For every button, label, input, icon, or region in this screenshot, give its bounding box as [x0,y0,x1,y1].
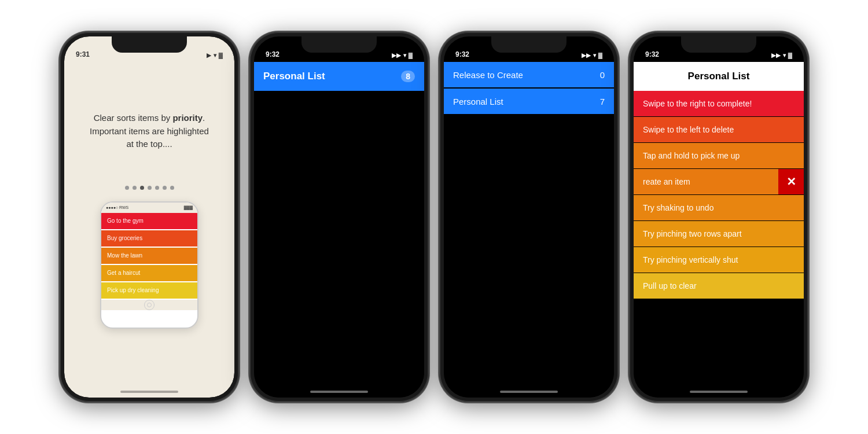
wifi-icon: ▾ [214,52,216,58]
instruction-text-5: Try pinching two rows apart [643,229,742,238]
dot-6 [163,186,167,190]
instruction-text-6: Try pinching vertically shut [643,255,738,264]
mini-list-item-1: Go to the gym [101,213,197,229]
delete-button[interactable]: ✕ [778,169,804,194]
personal-list-label: Personal List [453,97,503,106]
phone4-screen: 9:32 ▶▶ ▾ ▓ Personal List Swipe to the [634,36,804,398]
status-time-2: 9:32 [266,50,279,58]
instruction-text-4: Try shaking to undo [643,203,713,212]
instruction-text-1: Swipe to the right to complete! [643,99,752,108]
home-indicator-1 [120,391,178,393]
mini-list-item-5: Pick up dry cleaning [101,282,197,299]
instruction-row-create[interactable]: reate an item ✕ [634,169,804,194]
mini-phone: ●●●●○ RWS ▓▓▓ Go to the gym Buy grocerie… [100,201,198,329]
dot-4 [148,186,152,190]
notch-4 [681,36,756,53]
wifi-icon-2: ▾ [403,52,406,58]
phone2-screen: 9:32 ▶▶ ▾ ▓ Personal List 8 [254,36,424,398]
mini-home-button [144,300,155,310]
dot-1 [125,186,129,190]
notch-1 [112,36,187,53]
phone1-line3: at the top.... [90,138,209,151]
instruction-text-7: Pull up to clear [643,281,697,290]
instruction-row-5[interactable]: Try pinching two rows apart [634,221,804,247]
instruction-row-3[interactable]: Tap and hold to pick me up [634,143,804,168]
status-bar-3: 9:32 ▶▶ ▾ ▓ [444,36,614,62]
release-to-create-count: 0 [600,70,605,80]
signal-icon-2: ▶▶ [392,52,401,58]
dot-5 [155,186,159,190]
wifi-icon-3: ▾ [593,52,596,58]
dot-3-active [140,186,144,190]
mini-battery: ▓▓▓ [184,205,193,209]
dot-7 [170,186,174,190]
instruction-row-1[interactable]: Swipe to the right to complete! [634,91,804,116]
instruction-row-2[interactable]: Swipe to the left to delete [634,117,804,142]
app-header-2: Personal List 8 [254,62,424,91]
notch-2 [301,36,377,53]
list-row-release: Release to Create 0 [444,62,614,87]
battery-icon-3: ▓ [598,52,602,58]
app-header-badge-2: 8 [401,71,415,82]
status-time-4: 9:32 [645,50,659,58]
mini-list-item-4: Get a haircut [101,265,197,281]
phone-4: 9:32 ▶▶ ▾ ▓ Personal List Swipe to the [629,32,808,402]
page-dots [125,186,174,190]
phone1-line2: Important items are highlighted [90,125,209,138]
phone1-screen: 9:31 ▶ ▾ ▓ Clear sorts items by priority… [64,36,234,398]
battery-icon: ▓ [219,52,223,58]
home-indicator-4 [690,391,748,393]
status-time-1: 9:31 [76,50,90,58]
personal-list-count: 7 [600,97,605,106]
home-indicator-2 [310,391,368,393]
battery-icon-2: ▓ [409,52,413,58]
phones-container: 9:31 ▶ ▾ ▓ Clear sorts items by priority… [48,20,820,414]
phone3-screen: 9:32 ▶▶ ▾ ▓ Release to Create 0 [444,36,614,398]
phone4-title-text: Personal List [688,71,750,82]
instruction-text-2: Swipe to the left to delete [643,125,734,134]
mini-list-item-3: Mow the lawn [101,248,197,264]
instruction-row-6[interactable]: Try pinching vertically shut [634,247,804,273]
status-icons-3: ▶▶ ▾ ▓ [582,52,602,58]
phone4-title-bar: Personal List [634,62,804,91]
instruction-row-4[interactable]: Try shaking to undo [634,195,804,220]
mini-list-item-2: Buy groceries [101,230,197,247]
signal-icon: ▶ [207,52,211,58]
list-row-personal[interactable]: Personal List 7 [444,89,614,114]
notch-3 [491,36,567,53]
phone-2: 9:32 ▶▶ ▾ ▓ Personal List 8 [249,32,429,402]
signal-icon-4: ▶▶ [771,52,781,58]
mini-status-bar: ●●●●○ RWS ▓▓▓ [101,203,197,213]
phone1-line1: Clear sorts items by priority. [90,112,209,125]
status-time-3: 9:32 [455,50,469,58]
app-header-title-2: Personal List [263,71,325,82]
status-bar-1: 9:31 ▶ ▾ ▓ [64,36,234,62]
instruction-text-3: Tap and hold to pick me up [643,151,740,160]
status-icons-1: ▶ ▾ ▓ [207,52,223,58]
status-bar-2: 9:32 ▶▶ ▾ ▓ [254,36,424,62]
status-icons-2: ▶▶ ▾ ▓ [392,52,413,58]
phone-3: 9:32 ▶▶ ▾ ▓ Release to Create 0 [439,32,619,402]
mini-carrier: ●●●●○ RWS [106,205,128,209]
release-to-create-label: Release to Create [453,70,523,80]
phone-1: 9:31 ▶ ▾ ▓ Clear sorts items by priority… [60,32,239,402]
battery-icon-4: ▓ [788,52,792,58]
status-icons-4: ▶▶ ▾ ▓ [771,52,792,58]
home-indicator-3 [500,391,558,393]
wifi-icon-4: ▾ [783,52,786,58]
instruction-row-7[interactable]: Pull up to clear [634,273,804,299]
phone1-text-area: Clear sorts items by priority. Important… [72,112,226,151]
status-bar-4: 9:32 ▶▶ ▾ ▓ [634,36,804,62]
instruction-text-create: reate an item [643,177,690,186]
signal-icon-3: ▶▶ [582,52,591,58]
dot-2 [133,186,137,190]
